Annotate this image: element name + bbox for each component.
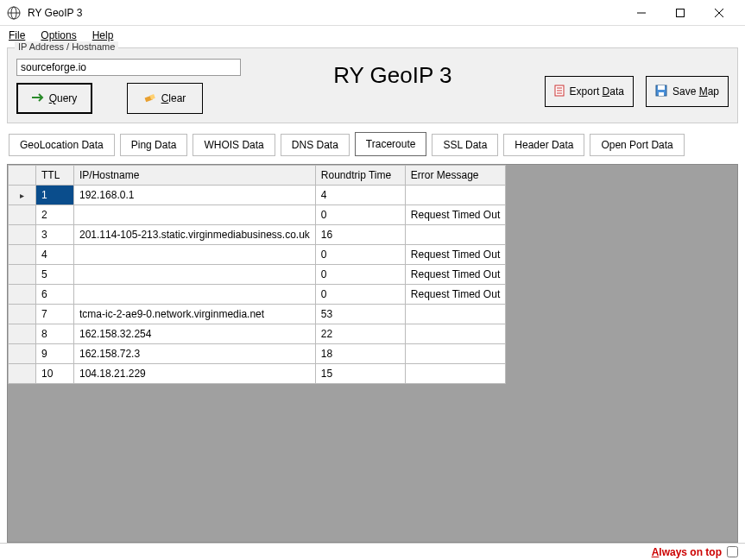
row-header-cell[interactable] (9, 245, 36, 265)
save-icon (655, 85, 667, 99)
row-header-cell[interactable] (9, 225, 36, 245)
traceroute-table[interactable]: TTL IP/Hostname Roundtrip Time Error Mes… (8, 165, 506, 384)
app-heading: RY GeoIP 3 (258, 59, 527, 89)
cell-ip[interactable] (74, 285, 316, 305)
save-map-button[interactable]: Save Map (646, 76, 729, 107)
cell-rt[interactable]: 0 (315, 285, 405, 305)
col-ip[interactable]: IP/Hostname (74, 166, 316, 186)
query-button[interactable]: Query (16, 83, 92, 114)
table-row[interactable]: 8162.158.32.25422 (9, 324, 506, 344)
row-header-cell[interactable] (9, 205, 36, 225)
tab-ssl[interactable]: SSL Data (432, 134, 498, 156)
table-header-row: TTL IP/Hostname Roundtrip Time Error Mes… (9, 166, 506, 186)
cell-rt[interactable]: 0 (315, 205, 405, 225)
cell-ttl[interactable]: 3 (36, 225, 74, 245)
cell-ip[interactable] (74, 205, 316, 225)
tab-header[interactable]: Header Data (503, 134, 584, 156)
cell-rt[interactable]: 4 (315, 186, 405, 205)
menu-options[interactable]: Options (41, 29, 76, 41)
maximize-button[interactable] (660, 1, 699, 25)
table-row[interactable]: 60Request Timed Out (9, 285, 506, 305)
clear-button[interactable]: Clear (127, 83, 203, 114)
cell-ttl[interactable]: 8 (36, 324, 74, 344)
cell-ip[interactable]: 162.158.72.3 (74, 344, 316, 364)
window-controls (622, 1, 738, 25)
minimize-button[interactable] (622, 1, 660, 25)
globe-icon (7, 6, 21, 20)
cell-rt[interactable]: 0 (315, 265, 405, 285)
cell-err[interactable] (405, 344, 505, 364)
cell-ttl[interactable]: 4 (36, 245, 74, 265)
cell-rt[interactable]: 16 (315, 225, 405, 245)
tab-ping[interactable]: Ping Data (120, 134, 188, 156)
cell-ip[interactable]: 104.18.21.229 (74, 364, 316, 384)
cell-ip[interactable]: 201.114-105-213.static.virginmediabusine… (74, 225, 316, 245)
cell-rt[interactable]: 15 (315, 364, 405, 384)
table-row[interactable]: 50Request Timed Out (9, 265, 506, 285)
cell-ip[interactable]: 162.158.32.254 (74, 324, 316, 344)
cell-err[interactable]: Request Timed Out (405, 205, 505, 225)
hostname-input[interactable] (16, 59, 241, 76)
ip-hostname-group: IP Address / Hostname Query Clear RY Geo… (7, 47, 738, 123)
tab-openport[interactable]: Open Port Data (590, 134, 684, 156)
menu-file[interactable]: File (9, 29, 25, 41)
cell-ttl[interactable]: 7 (36, 305, 74, 324)
save-suffix: ap (708, 85, 719, 98)
export-prefix: Export (570, 85, 603, 98)
col-ttl[interactable]: TTL (36, 166, 74, 186)
tab-whois[interactable]: WHOIS Data (193, 134, 275, 156)
table-row[interactable]: 20Request Timed Out (9, 205, 506, 225)
cell-ttl[interactable]: 2 (36, 205, 74, 225)
cell-err[interactable]: Request Timed Out (405, 265, 505, 285)
table-row[interactable]: 9162.158.72.318 (9, 344, 506, 364)
cell-rt[interactable]: 18 (315, 344, 405, 364)
always-on-top-checkbox[interactable] (727, 546, 738, 557)
table-row[interactable]: 1192.168.0.14 (9, 186, 506, 205)
cell-ip[interactable] (74, 265, 316, 285)
table-row[interactable]: 10104.18.21.22915 (9, 364, 506, 384)
cell-err[interactable] (405, 186, 505, 205)
row-header-cell[interactable] (9, 265, 36, 285)
export-data-button[interactable]: Export Data (545, 76, 634, 107)
cell-ttl[interactable]: 6 (36, 285, 74, 305)
close-button[interactable] (699, 1, 738, 25)
save-prefix: Save (672, 85, 699, 98)
cell-err[interactable] (405, 324, 505, 344)
table-row[interactable]: 7tcma-ic-2-ae9-0.network.virginmedia.net… (9, 305, 506, 324)
svg-rect-16 (659, 92, 664, 96)
col-err[interactable]: Error Message (405, 166, 505, 186)
col-rt[interactable]: Roundtrip Time (315, 166, 405, 186)
tab-geolocation[interactable]: GeoLocation Data (9, 134, 115, 156)
cell-err[interactable] (405, 225, 505, 245)
row-header-cell[interactable] (9, 285, 36, 305)
cell-rt[interactable]: 53 (315, 305, 405, 324)
row-header-cell[interactable] (9, 324, 36, 344)
cell-ttl[interactable]: 10 (36, 364, 74, 384)
cell-err[interactable] (405, 364, 505, 384)
cell-ip[interactable]: tcma-ic-2-ae9-0.network.virginmedia.net (74, 305, 316, 324)
cell-ip[interactable] (74, 245, 316, 265)
cell-ttl[interactable]: 9 (36, 344, 74, 364)
tab-traceroute[interactable]: Traceroute (355, 132, 427, 156)
document-icon (554, 85, 565, 99)
row-header-cell[interactable] (9, 305, 36, 324)
table-row[interactable]: 40Request Timed Out (9, 245, 506, 265)
cell-err[interactable]: Request Timed Out (405, 285, 505, 305)
row-header-cell[interactable] (9, 344, 36, 364)
cell-err[interactable] (405, 305, 505, 324)
cell-rt[interactable]: 0 (315, 245, 405, 265)
always-on-top-label[interactable]: Always on top (652, 546, 722, 558)
table-row[interactable]: 3201.114-105-213.static.virginmediabusin… (9, 225, 506, 245)
menu-help[interactable]: Help (92, 29, 114, 41)
row-header-cell[interactable] (9, 364, 36, 384)
row-header-cell[interactable] (9, 186, 36, 205)
cell-ip[interactable]: 192.168.0.1 (74, 186, 316, 205)
export-suffix: ata (609, 85, 624, 98)
statusbar: Always on top (0, 543, 745, 560)
cell-ttl[interactable]: 1 (36, 186, 74, 205)
svg-rect-4 (676, 9, 684, 16)
cell-ttl[interactable]: 5 (36, 265, 74, 285)
cell-err[interactable]: Request Timed Out (405, 245, 505, 265)
cell-rt[interactable]: 22 (315, 324, 405, 344)
tab-dns[interactable]: DNS Data (281, 134, 350, 156)
